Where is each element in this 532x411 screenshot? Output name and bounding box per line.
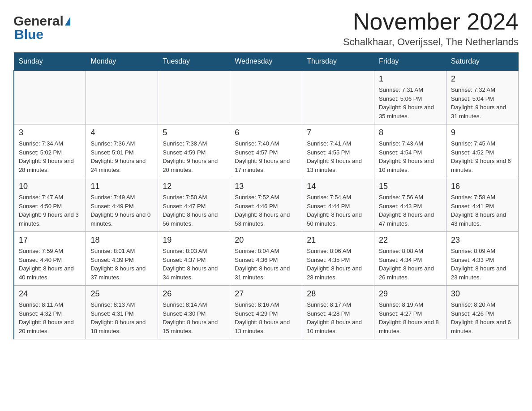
day-number: 6 xyxy=(235,128,297,137)
day-info: Sunrise: 7:43 AM Sunset: 4:54 PM Dayligh… xyxy=(379,139,442,174)
calendar-day-cell: 5Sunrise: 7:38 AM Sunset: 4:59 PM Daylig… xyxy=(158,124,230,178)
day-number: 19 xyxy=(163,235,225,245)
day-info: Sunrise: 8:06 AM Sunset: 4:35 PM Dayligh… xyxy=(307,247,369,282)
day-of-week-header: Sunday xyxy=(14,53,86,71)
day-info: Sunrise: 8:01 AM Sunset: 4:39 PM Dayligh… xyxy=(90,247,153,282)
day-info: Sunrise: 8:03 AM Sunset: 4:37 PM Dayligh… xyxy=(163,247,225,282)
day-number: 22 xyxy=(379,235,442,245)
day-number: 29 xyxy=(379,289,442,299)
calendar-day-cell: 23Sunrise: 8:09 AM Sunset: 4:33 PM Dayli… xyxy=(446,232,519,286)
calendar-day-cell: 3Sunrise: 7:34 AM Sunset: 5:02 PM Daylig… xyxy=(14,124,86,178)
calendar-day-cell xyxy=(14,70,86,124)
day-info: Sunrise: 7:49 AM Sunset: 4:49 PM Dayligh… xyxy=(90,193,153,228)
day-number: 7 xyxy=(307,128,369,137)
location-title: Schalkhaar, Overijssel, The Netherlands xyxy=(343,36,519,48)
day-info: Sunrise: 7:40 AM Sunset: 4:57 PM Dayligh… xyxy=(235,139,297,174)
day-info: Sunrise: 7:31 AM Sunset: 5:06 PM Dayligh… xyxy=(379,86,442,120)
day-info: Sunrise: 7:41 AM Sunset: 4:55 PM Dayligh… xyxy=(307,139,369,174)
calendar-day-cell: 9Sunrise: 7:45 AM Sunset: 4:52 PM Daylig… xyxy=(446,124,519,178)
day-info: Sunrise: 7:54 AM Sunset: 4:44 PM Dayligh… xyxy=(307,193,369,228)
day-info: Sunrise: 8:04 AM Sunset: 4:36 PM Dayligh… xyxy=(235,247,297,282)
day-info: Sunrise: 7:47 AM Sunset: 4:50 PM Dayligh… xyxy=(19,193,81,228)
day-info: Sunrise: 7:32 AM Sunset: 5:04 PM Dayligh… xyxy=(451,86,514,120)
calendar-day-cell: 2Sunrise: 7:32 AM Sunset: 5:04 PM Daylig… xyxy=(446,70,519,124)
day-info: Sunrise: 8:08 AM Sunset: 4:34 PM Dayligh… xyxy=(379,247,442,282)
calendar-day-cell: 4Sunrise: 7:36 AM Sunset: 5:01 PM Daylig… xyxy=(86,124,158,178)
calendar-day-cell: 6Sunrise: 7:40 AM Sunset: 4:57 PM Daylig… xyxy=(230,124,302,178)
day-info: Sunrise: 7:34 AM Sunset: 5:02 PM Dayligh… xyxy=(19,139,81,174)
calendar-day-cell xyxy=(86,70,158,124)
calendar-day-cell: 12Sunrise: 7:50 AM Sunset: 4:47 PM Dayli… xyxy=(158,178,230,232)
day-number: 17 xyxy=(19,235,81,245)
calendar-day-cell xyxy=(302,70,374,124)
day-info: Sunrise: 7:58 AM Sunset: 4:41 PM Dayligh… xyxy=(451,193,514,228)
day-of-week-header: Monday xyxy=(86,53,158,71)
calendar-day-cell: 27Sunrise: 8:16 AM Sunset: 4:29 PM Dayli… xyxy=(230,286,302,339)
calendar-day-cell: 15Sunrise: 7:56 AM Sunset: 4:43 PM Dayli… xyxy=(374,178,446,232)
logo-blue-text: Blue xyxy=(14,27,43,42)
day-info: Sunrise: 7:59 AM Sunset: 4:40 PM Dayligh… xyxy=(19,247,81,282)
calendar-day-cell: 17Sunrise: 7:59 AM Sunset: 4:40 PM Dayli… xyxy=(14,232,86,286)
calendar-week-row: 1Sunrise: 7:31 AM Sunset: 5:06 PM Daylig… xyxy=(14,70,519,124)
day-info: Sunrise: 8:17 AM Sunset: 4:28 PM Dayligh… xyxy=(307,300,369,335)
calendar-day-cell: 10Sunrise: 7:47 AM Sunset: 4:50 PM Dayli… xyxy=(14,178,86,232)
day-info: Sunrise: 7:36 AM Sunset: 5:01 PM Dayligh… xyxy=(90,139,153,174)
calendar-day-cell: 21Sunrise: 8:06 AM Sunset: 4:35 PM Dayli… xyxy=(302,232,374,286)
day-info: Sunrise: 7:45 AM Sunset: 4:52 PM Dayligh… xyxy=(451,139,514,174)
calendar-day-cell: 28Sunrise: 8:17 AM Sunset: 4:28 PM Dayli… xyxy=(302,286,374,339)
day-info: Sunrise: 8:20 AM Sunset: 4:26 PM Dayligh… xyxy=(451,300,514,335)
day-number: 13 xyxy=(235,182,297,191)
day-number: 12 xyxy=(163,182,225,191)
calendar-week-row: 10Sunrise: 7:47 AM Sunset: 4:50 PM Dayli… xyxy=(14,178,519,232)
day-number: 16 xyxy=(451,182,514,191)
logo-general-text: General xyxy=(13,13,64,29)
day-number: 5 xyxy=(163,128,225,137)
calendar-day-cell: 1Sunrise: 7:31 AM Sunset: 5:06 PM Daylig… xyxy=(374,70,446,124)
day-info: Sunrise: 7:38 AM Sunset: 4:59 PM Dayligh… xyxy=(163,139,225,174)
calendar-day-cell: 24Sunrise: 8:11 AM Sunset: 4:32 PM Dayli… xyxy=(14,286,86,339)
day-info: Sunrise: 8:19 AM Sunset: 4:27 PM Dayligh… xyxy=(379,300,442,335)
day-info: Sunrise: 8:16 AM Sunset: 4:29 PM Dayligh… xyxy=(235,300,297,335)
day-number: 11 xyxy=(90,182,153,191)
calendar-day-cell: 30Sunrise: 8:20 AM Sunset: 4:26 PM Dayli… xyxy=(446,286,519,339)
day-info: Sunrise: 7:52 AM Sunset: 4:46 PM Dayligh… xyxy=(235,193,297,228)
day-number: 25 xyxy=(90,289,153,299)
day-number: 2 xyxy=(451,74,514,84)
calendar-day-cell: 18Sunrise: 8:01 AM Sunset: 4:39 PM Dayli… xyxy=(86,232,158,286)
day-info: Sunrise: 8:11 AM Sunset: 4:32 PM Dayligh… xyxy=(19,300,81,335)
day-number: 20 xyxy=(235,235,297,245)
day-number: 18 xyxy=(90,235,153,245)
day-number: 26 xyxy=(163,289,225,299)
day-number: 30 xyxy=(451,289,514,299)
page-header: General Blue November 2024 Schalkhaar, O… xyxy=(13,9,519,48)
calendar-day-cell: 7Sunrise: 7:41 AM Sunset: 4:55 PM Daylig… xyxy=(302,124,374,178)
day-number: 15 xyxy=(379,182,442,191)
logo-triangle-icon xyxy=(65,17,70,26)
day-number: 9 xyxy=(451,128,514,137)
day-number: 28 xyxy=(307,289,369,299)
calendar-day-cell: 22Sunrise: 8:08 AM Sunset: 4:34 PM Dayli… xyxy=(374,232,446,286)
day-of-week-header: Friday xyxy=(374,53,446,71)
calendar-week-row: 17Sunrise: 7:59 AM Sunset: 4:40 PM Dayli… xyxy=(14,232,519,286)
calendar-day-cell xyxy=(158,70,230,124)
calendar-day-cell: 11Sunrise: 7:49 AM Sunset: 4:49 PM Dayli… xyxy=(86,178,158,232)
day-info: Sunrise: 7:56 AM Sunset: 4:43 PM Dayligh… xyxy=(379,193,442,228)
month-title: November 2024 xyxy=(343,9,519,34)
day-number: 23 xyxy=(451,235,514,245)
calendar-day-cell: 26Sunrise: 8:14 AM Sunset: 4:30 PM Dayli… xyxy=(158,286,230,339)
day-info: Sunrise: 7:50 AM Sunset: 4:47 PM Dayligh… xyxy=(163,193,225,228)
calendar-table: SundayMondayTuesdayWednesdayThursdayFrid… xyxy=(13,52,519,339)
day-info: Sunrise: 8:14 AM Sunset: 4:30 PM Dayligh… xyxy=(163,300,225,335)
day-number: 1 xyxy=(379,74,442,84)
calendar-day-cell: 14Sunrise: 7:54 AM Sunset: 4:44 PM Dayli… xyxy=(302,178,374,232)
day-number: 8 xyxy=(379,128,442,137)
day-of-week-header: Wednesday xyxy=(230,53,302,71)
calendar-day-cell: 29Sunrise: 8:19 AM Sunset: 4:27 PM Dayli… xyxy=(374,286,446,339)
day-number: 10 xyxy=(19,182,81,191)
calendar-header-row: SundayMondayTuesdayWednesdayThursdayFrid… xyxy=(14,53,519,71)
calendar-day-cell xyxy=(230,70,302,124)
day-number: 21 xyxy=(307,235,369,245)
calendar-day-cell: 16Sunrise: 7:58 AM Sunset: 4:41 PM Dayli… xyxy=(446,178,519,232)
day-of-week-header: Tuesday xyxy=(158,53,230,71)
day-info: Sunrise: 8:09 AM Sunset: 4:33 PM Dayligh… xyxy=(451,247,514,282)
